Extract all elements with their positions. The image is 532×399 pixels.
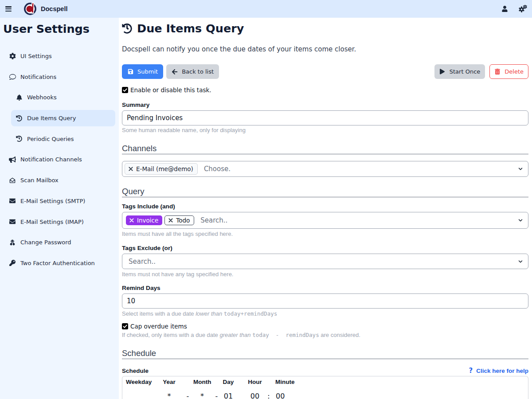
tags-exclude-hint: Items must not have any tag specified he… — [122, 271, 528, 278]
settings-cogs-icon[interactable] — [518, 5, 527, 13]
brand-name[interactable]: Docspell — [41, 5, 67, 12]
page-description: Docspell can notify you once the due dat… — [122, 45, 528, 53]
main-content: Due Items Query Docspell can notify you … — [119, 18, 532, 399]
tags-include-hint: Items must have all the tags specified h… — [122, 231, 528, 238]
tags-exclude-placeholder: Search.. — [129, 258, 156, 266]
sidebar-item-label: Notifications — [20, 74, 56, 80]
history-icon — [16, 135, 23, 142]
year-value[interactable]: * — [156, 392, 182, 399]
col-hour: Hour — [248, 379, 262, 385]
chevron-down-icon[interactable] — [518, 259, 523, 264]
tags-exclude-label: Tags Exclude (or) — [122, 245, 528, 252]
submit-button[interactable]: Submit — [122, 64, 163, 79]
history-icon — [122, 23, 132, 34]
chevron-down-icon[interactable] — [518, 167, 523, 171]
month-value[interactable]: * — [193, 392, 211, 399]
tags-exclude-select[interactable]: Search.. — [122, 254, 528, 269]
schedule-label: Schedule — [122, 368, 149, 374]
back-to-list-button[interactable]: Back to list — [166, 64, 219, 79]
envelope-open-icon — [9, 177, 16, 184]
tag-chip-label: Todo — [176, 217, 190, 224]
sidebar-item-ui-settings[interactable]: UI Settings — [4, 48, 115, 64]
column-gap — [235, 379, 248, 385]
sidebar-item-scan-mailbox[interactable]: Scan Mailbox — [4, 172, 115, 188]
remind-days-hint: Select items with a due date lower than … — [122, 310, 528, 317]
schedule-label-row: Schedule ? Click here for help — [122, 367, 528, 375]
col-weekday: Weekday — [126, 379, 156, 385]
column-gap — [235, 392, 248, 399]
weekday-value[interactable] — [126, 392, 156, 399]
envelope-icon — [9, 218, 16, 225]
summary-input[interactable] — [122, 110, 528, 125]
gear-icon — [9, 53, 16, 60]
sidebar-item-webhooks[interactable]: Webhooks — [11, 89, 115, 106]
summary-field: Summary Some human readable name, only f… — [122, 102, 528, 134]
col-year: Year — [156, 379, 182, 385]
sidebar-item-two-factor[interactable]: Two Factor Authentication — [4, 255, 115, 271]
delete-label: Delete — [505, 68, 524, 75]
sidebar-item-periodic-queries[interactable]: Periodic Queries — [11, 131, 115, 147]
tags-include-label: Tags Include (and) — [122, 203, 528, 210]
separator: : — [262, 392, 275, 399]
tag-chip-invoice[interactable]: Invoice — [126, 215, 162, 225]
start-once-label: Start Once — [450, 68, 481, 75]
user-icon[interactable] — [502, 6, 508, 12]
comment-icon — [9, 73, 16, 80]
trash-icon — [494, 68, 501, 75]
separator: - — [182, 392, 193, 399]
day-value[interactable]: 01 — [222, 392, 235, 399]
start-once-button[interactable]: Start Once — [434, 64, 485, 79]
sidebar-item-label: Periodic Queries — [27, 136, 74, 142]
schedule-table: Weekday Year Month Day Hour Minute * - *… — [122, 376, 528, 399]
remove-chip-icon[interactable] — [129, 218, 134, 223]
hour-value[interactable]: 00 — [248, 392, 262, 399]
sidebar-item-notification-channels[interactable]: Notification Channels — [4, 151, 115, 168]
menu-icon[interactable] — [5, 6, 12, 12]
enable-task-checkbox[interactable] — [122, 87, 128, 93]
channels-section-header: Channels — [122, 144, 528, 154]
bullhorn-icon — [9, 156, 16, 163]
channel-chip[interactable]: E-Mail (me@demo) — [125, 163, 198, 175]
minute-value[interactable]: 00 — [275, 392, 290, 399]
sidebar-title: User Settings — [3, 22, 115, 35]
summary-hint: Some human readable name, only for displ… — [122, 127, 528, 134]
cap-overdue-checkbox[interactable] — [122, 323, 128, 329]
button-row: Submit Back to list Start Once Delete — [122, 64, 528, 79]
summary-label: Summary — [122, 102, 528, 109]
page-title: Due Items Query — [122, 22, 528, 35]
sidebar-item-label: Two Factor Authentication — [20, 260, 95, 266]
sidebar-item-label: UI Settings — [20, 53, 52, 59]
tag-chip-todo[interactable]: Todo — [164, 215, 194, 225]
sidebar-item-notifications[interactable]: Notifications — [4, 69, 115, 85]
tags-exclude-field: Tags Exclude (or) Search.. Items must no… — [122, 245, 528, 278]
back-to-list-label: Back to list — [182, 68, 214, 75]
col-minute: Minute — [275, 379, 290, 385]
remind-days-field: Remind Days Select items with a due date… — [122, 285, 528, 317]
sidebar: User Settings UI Settings Notifications … — [0, 18, 119, 399]
enable-task-checkbox-row[interactable]: Enable or disable this task. — [122, 86, 528, 94]
envelope-icon — [9, 197, 16, 204]
tags-include-select[interactable]: Invoice Todo Search.. — [122, 212, 528, 229]
sidebar-item-change-password[interactable]: Change Password — [4, 234, 115, 250]
delete-button[interactable]: Delete — [489, 64, 528, 79]
tags-include-placeholder: Search.. — [200, 216, 227, 224]
schedule-help-link[interactable]: ? Click here for help — [469, 367, 529, 375]
separator: - — [211, 392, 222, 399]
help-link-label: Click here for help — [476, 368, 528, 374]
docspell-logo[interactable] — [23, 2, 37, 16]
history-icon — [16, 115, 23, 122]
sidebar-item-email-smtp[interactable]: E-Mail Settings (SMTP) — [4, 193, 115, 209]
sidebar-item-email-imap[interactable]: E-Mail Settings (IMAP) — [4, 214, 115, 230]
schedule-section-header: Schedule — [122, 348, 528, 359]
cap-overdue-checkbox-row[interactable]: Cap overdue items — [122, 323, 528, 330]
remove-chip-icon[interactable] — [129, 167, 133, 171]
channels-select[interactable]: E-Mail (me@demo) Choose. — [122, 161, 528, 177]
remove-chip-icon[interactable] — [168, 218, 173, 223]
channel-chip-label: E-Mail (me@demo) — [136, 165, 193, 172]
sidebar-item-label: Scan Mailbox — [20, 177, 59, 184]
chevron-down-icon[interactable] — [518, 218, 523, 223]
sidebar-item-due-items-query[interactable]: Due Items Query — [11, 110, 115, 126]
sidebar-item-label: E-Mail Settings (IMAP) — [20, 219, 84, 225]
user-secret-icon — [9, 239, 16, 246]
remind-days-input[interactable] — [122, 293, 528, 309]
